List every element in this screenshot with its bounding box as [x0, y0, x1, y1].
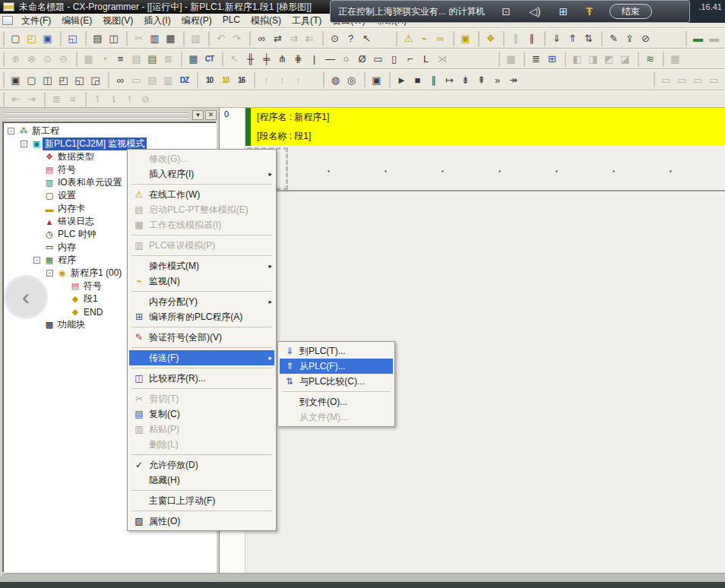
menu-item-paste[interactable]: ▥粘贴(P): [129, 422, 274, 437]
menu-tools[interactable]: 工具(T): [287, 14, 327, 28]
menu-item-float-in-main[interactable]: 主窗口上浮动(F): [129, 493, 274, 508]
save-icon[interactable]: ▣: [40, 31, 55, 46]
screenshare-back-overlay[interactable]: ‹: [4, 275, 48, 319]
grid-toggle-icon[interactable]: ▦: [81, 52, 97, 67]
new-instruction-icon[interactable]: ⌐: [402, 52, 418, 67]
transfer-to-icon[interactable]: ◧: [569, 52, 585, 67]
symbol-table-icon[interactable]: ≋: [642, 52, 658, 67]
simulator-network-icon[interactable]: ◎: [344, 72, 359, 87]
sim-scan-run-icon[interactable]: ↠: [505, 72, 521, 87]
toggle-watch-window-icon[interactable]: ◫: [40, 72, 55, 87]
tree-expander-icon[interactable]: -: [8, 128, 14, 134]
compress-rungs-icon[interactable]: ≣: [160, 52, 176, 67]
menu-item-modify[interactable]: 修改(G)...: [129, 151, 274, 166]
new-vertical-icon[interactable]: |: [306, 52, 322, 67]
toggle-local-symbols-icon[interactable]: ◱: [71, 72, 87, 87]
new-closed-function-icon[interactable]: ▯: [386, 52, 402, 67]
sim-step-over-icon[interactable]: ⇞: [473, 72, 489, 87]
print-preview-icon[interactable]: ◫: [106, 31, 122, 46]
pause-monitor-icon[interactable]: ∥: [508, 31, 524, 46]
plc-clock-window-icon[interactable]: ▭: [706, 72, 722, 87]
compile-icon[interactable]: ≣: [528, 52, 544, 67]
simulator-online-icon[interactable]: ◍: [328, 72, 344, 87]
new-function-icon[interactable]: ▭: [370, 52, 386, 67]
force-off-icon[interactable]: ↑: [274, 72, 290, 87]
transfer-verify-icon[interactable]: ◩: [601, 52, 617, 67]
zoom-tool-icon[interactable]: ⊙: [40, 52, 55, 67]
toggle-output-window-icon[interactable]: ▢: [24, 72, 40, 87]
online-edit-begin-icon[interactable]: ✎: [606, 31, 622, 46]
force-cancel-icon[interactable]: ↑: [290, 72, 306, 87]
new-or-closed-contact-icon[interactable]: ⋕: [290, 52, 306, 67]
watch-icon[interactable]: ∞: [112, 72, 128, 87]
monitor-hex-icon[interactable]: 16: [233, 72, 249, 87]
differentiate-down-icon[interactable]: ⇂: [106, 92, 122, 107]
invert-tool-icon[interactable]: ⋊: [434, 52, 450, 67]
menu-item-properties[interactable]: ▨属性(O): [129, 514, 274, 529]
find-in-project-icon[interactable]: ◱: [65, 31, 81, 46]
sim-stop-icon[interactable]: ■: [410, 72, 426, 87]
immediate-refresh-icon[interactable]: !: [122, 92, 138, 107]
rung-comment-icon[interactable]: ▤: [144, 72, 160, 87]
menu-item-memory-allocation[interactable]: 内存分配(Y)▸: [129, 294, 274, 309]
context-help-icon[interactable]: ↖: [359, 31, 375, 46]
menu-item-verify-symbols[interactable]: ✎验证符号(全部)(V): [129, 330, 274, 345]
indent-icon[interactable]: ⇤: [8, 92, 24, 107]
menu-item-monitor[interactable]: ⌁监视(N): [129, 273, 274, 289]
download-to-plc-icon[interactable]: ⇓: [549, 31, 565, 46]
menu-item-hide[interactable]: 隐藏(H): [129, 473, 274, 488]
sim-run-icon[interactable]: ►: [394, 72, 410, 87]
paste-rung-icon[interactable]: ▧: [188, 31, 204, 46]
ladder-editor[interactable]: 0 [程序名 : 新程序1] [段名称 : 段1]: [219, 108, 725, 573]
menu-item-compile-all[interactable]: ⊞编译所有的PLC程序(A): [129, 309, 274, 324]
submenu-item-from-file[interactable]: 从文件(M)...: [280, 409, 393, 425]
new-or-contact-icon[interactable]: ⋔: [274, 52, 290, 67]
sim-pause-icon[interactable]: ∥: [426, 72, 442, 87]
window-split-icon[interactable]: ⊞: [559, 5, 568, 17]
outdent-icon[interactable]: ⇥: [24, 92, 40, 107]
new-file-icon[interactable]: ▢: [8, 31, 24, 46]
menu-item-compare-program[interactable]: ◫比较程序(R)...: [129, 371, 274, 386]
new-closed-contact-icon[interactable]: ╪: [258, 52, 274, 67]
pin-icon[interactable]: Ŧ: [586, 5, 593, 17]
panel-grip[interactable]: [5, 112, 188, 119]
menu-item-work-online[interactable]: ⚠在线工作(W): [129, 187, 274, 202]
find-next-icon[interactable]: ⇉: [286, 31, 302, 46]
replace-icon[interactable]: ⇄: [270, 31, 286, 46]
online-edit-warning-icon[interactable]: ▣: [457, 31, 473, 46]
menu-insert[interactable]: 插入(I): [138, 14, 176, 28]
io-comment-tool-icon[interactable]: ▬: [690, 31, 706, 46]
tree-item-new-project[interactable]: -⁂新工程: [3, 125, 216, 138]
pause-icon[interactable]: ∥: [524, 31, 540, 46]
panel-menu-button[interactable]: ▾: [192, 110, 204, 120]
zoom-in-icon[interactable]: ⊕: [8, 52, 24, 67]
undo-icon[interactable]: ↶: [213, 31, 229, 46]
open-file-icon[interactable]: ◰: [24, 31, 40, 46]
new-horizontal-icon[interactable]: —: [322, 52, 338, 67]
transfer-from-icon[interactable]: ◨: [585, 52, 601, 67]
new-closed-coil-icon[interactable]: Ø: [354, 52, 370, 67]
menu-item-start-plc-pt-sim[interactable]: ▤启动PLC-PT整体模拟(E): [129, 202, 274, 217]
show-comments-icon[interactable]: ◔: [97, 52, 112, 67]
toggle-cross-reference-icon[interactable]: ◰: [55, 72, 71, 87]
reset-tool-icon[interactable]: ⊘: [138, 92, 154, 107]
program-check-icon[interactable]: ▩: [503, 52, 519, 67]
monitor-signed-decimal-icon[interactable]: 10: [217, 72, 233, 87]
online-edit-send-icon[interactable]: ⇪: [622, 31, 638, 46]
data-trace-icon[interactable]: ▦: [667, 52, 683, 67]
cut-icon[interactable]: ✂: [131, 31, 147, 46]
wrap-rungs-icon[interactable]: ▤: [128, 52, 144, 67]
menu-view[interactable]: 视图(V): [97, 14, 138, 28]
menu-item-plc-error-sim[interactable]: ▥PLC错误模拟(P): [129, 238, 274, 253]
toggle-project-tree-icon[interactable]: ▣: [8, 72, 24, 87]
sim-step-run-icon[interactable]: ↦: [442, 72, 457, 87]
show-sections-icon[interactable]: ▤: [144, 52, 160, 67]
new-coil-icon[interactable]: ○: [338, 52, 354, 67]
align-coils-icon[interactable]: ≡: [65, 92, 81, 107]
zoom-100-icon[interactable]: ⊗: [24, 52, 40, 67]
tree-expander-icon[interactable]: -: [21, 141, 27, 147]
menu-simulation[interactable]: 模拟(S): [245, 14, 287, 28]
toggle-address-ref-icon[interactable]: ◲: [87, 72, 103, 87]
about-icon[interactable]: ⊙: [327, 31, 343, 46]
transfer-online-icon[interactable]: ❖: [483, 31, 499, 46]
